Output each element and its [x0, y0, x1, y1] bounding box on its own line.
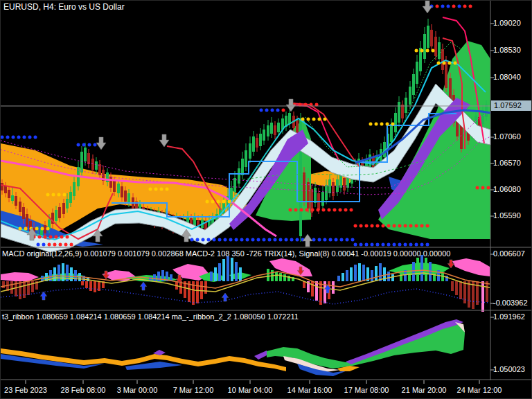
time-axis-label: 7 Mar 12:00	[173, 386, 214, 394]
time-axis-label: 21 Mar 20:00	[402, 386, 447, 394]
price-axis-label: 1.09020	[493, 19, 521, 28]
indicator-axis-label: 1.050023	[493, 365, 525, 374]
arrow-down-icon	[159, 134, 169, 147]
t3-purple-left	[254, 351, 267, 360]
t3-panel-label: t3_ribbon 1.080659 1.084214 1.080659 1.0…	[2, 312, 299, 321]
time-axis-label: 23 Feb 2023	[4, 386, 47, 394]
macd-panel-label: MACD original(12,26,9) 0.001079 0.001079…	[2, 249, 450, 258]
arrow-up-icon	[303, 234, 312, 247]
time-axis-label: 3 Mar 00:00	[117, 386, 158, 394]
time-axis-label: 17 Mar 08:00	[344, 386, 389, 394]
time-axis-label: 10 Mar 04:00	[228, 386, 273, 394]
arrow-up-icon	[140, 282, 146, 290]
indicator-axis-label: -0.003962	[493, 299, 528, 308]
price-axis-label: 1.07060	[493, 132, 521, 141]
indicator-axis-label: 0.006607	[493, 249, 525, 258]
time-axis-label: 14 Mar 16:00	[287, 386, 332, 394]
price-axis-label: 1.05590	[493, 211, 521, 220]
chart-canvas[interactable]	[1, 1, 532, 399]
price-axis-label: 1.08530	[493, 46, 521, 55]
arrow-down-icon	[96, 137, 106, 150]
mt-chart-window: EURUSD, H4: Euro vs US Dollar MACD origi…	[0, 0, 532, 399]
price-axis-label: 1.06080	[493, 185, 521, 194]
price-axis-label: 1.08040	[493, 73, 521, 82]
indicator-axis-label: 1.091962	[493, 312, 525, 321]
arrow-down-icon	[423, 1, 432, 13]
price-axis-label: 1.06570	[493, 159, 521, 168]
time-axis-label: 28 Feb 08:00	[61, 386, 106, 394]
current-price-label: 1.07592	[491, 100, 532, 111]
macd-pink5	[452, 258, 490, 276]
chart-title: EURUSD, H4: Euro vs US Dollar	[3, 3, 125, 12]
panel-separator-macd[interactable]	[1, 247, 532, 249]
time-axis-label: 24 Mar 12:00	[457, 386, 502, 394]
arrow-up-icon	[40, 292, 46, 300]
arrow-up-icon	[222, 293, 228, 301]
macd-blue-dotted	[1, 288, 490, 304]
panel-separator-t3[interactable]	[1, 310, 532, 312]
arrow-down-icon	[286, 99, 296, 112]
